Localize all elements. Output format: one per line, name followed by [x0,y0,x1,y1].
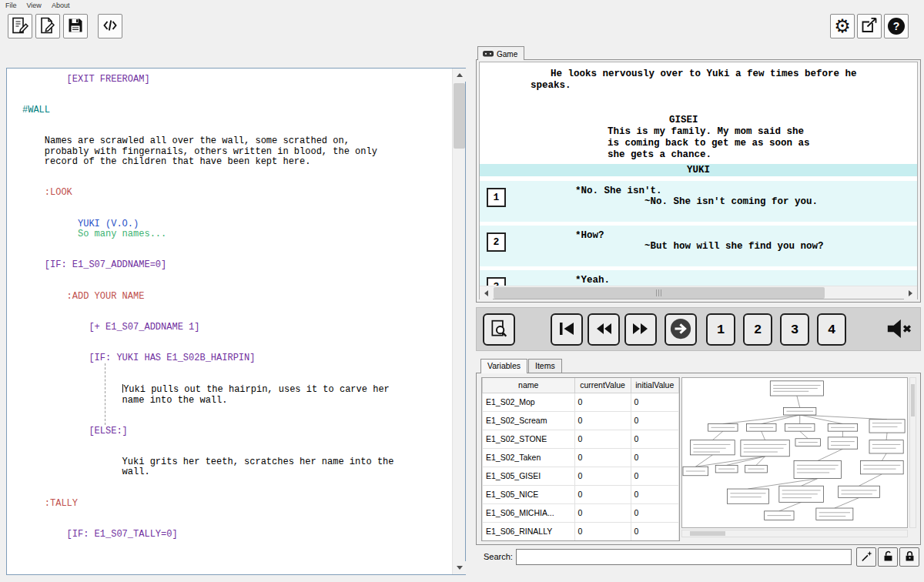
tab-variables[interactable]: Variables [480,359,527,373]
scrollbar-thumb[interactable] [690,531,725,536]
scrollbar-thumb[interactable] [454,83,465,149]
menu-view[interactable]: View [27,2,42,9]
script-line: [IF: E1_S07_ADDNAME=0] [22,259,166,270]
export-button[interactable] [857,14,882,38]
tab-items[interactable]: Items [528,359,562,373]
fast-forward-button[interactable] [624,313,657,346]
code-view-button[interactable] [98,14,122,38]
help-icon: ? [888,18,905,35]
active-speaker-band: YUKI [480,164,917,176]
export-icon [860,16,879,37]
table-cell: 0 [574,411,631,430]
menu-about[interactable]: About [52,2,70,9]
variables-table[interactable]: namecurrentValueinitialValue E1_S02_Mop0… [481,377,680,541]
table-cell: 0 [574,485,631,503]
choice-option: *No. She isn't. [575,186,662,197]
wand-button[interactable] [856,547,876,567]
game-text-line: she gets a chance. [480,149,917,161]
settings-button[interactable]: ⚙ [830,14,855,38]
indent-guide [105,363,105,425]
game-text-line: He looks nervously over to Yuki a few ti… [480,69,917,80]
table-row[interactable]: E1_S02_STONE00 [483,430,679,448]
save-icon [66,16,85,37]
gear-icon: ⚙ [834,17,851,35]
table-cell: 0 [574,467,631,485]
game-text-line: speaks. [480,80,917,92]
skip-to-start-button[interactable] [551,313,583,346]
table-row[interactable]: E1_S02_Mop00 [483,393,679,411]
table-cell: 0 [574,448,631,467]
column-header-name[interactable]: name [483,378,575,393]
script-line: Names are scrawled all over the wall, so… [22,135,350,146]
script-editor[interactable]: [EXIT FREEROAM] #WALL Names are scrawled… [6,68,466,575]
variables-grid: namecurrentValueinitialValue E1_S02_Mop0… [482,378,679,541]
menu-file[interactable]: File [5,2,17,9]
table-cell: 0 [631,467,678,485]
mute-button[interactable] [880,313,917,346]
text-caret [122,384,124,393]
edit-script-button[interactable] [8,14,32,38]
edit-script-icon [11,16,29,37]
table-cell: 0 [631,485,678,503]
table-row[interactable]: E1_S06_RINALLY00 [483,522,679,540]
rewind-icon [594,319,614,340]
triangle-down-icon [457,566,463,570]
choice-option: *Yeah. [575,275,610,286]
choice-row[interactable]: 1*No. She isn't.~No. She isn't coming fo… [480,181,917,222]
variables-panel: namecurrentValueinitialValue E1_S02_Mop0… [476,373,921,545]
choice-row[interactable]: 2*How?~But how will she find you now? [480,226,917,266]
new-script-button[interactable] [35,14,60,38]
save-button[interactable] [63,14,88,38]
table-cell: E1_S02_Scream [483,411,575,430]
table-row[interactable]: E1_S05_GISEI00 [483,467,679,485]
next-line-button[interactable] [665,313,697,346]
choice-1-button[interactable]: 1 [706,313,735,346]
choice-response: ~But how will she find you now? [644,241,824,253]
flowchart-vertical-scrollbar[interactable] [909,377,916,528]
unlock-button[interactable] [878,547,898,567]
help-button[interactable]: ? [884,14,909,38]
game-horizontal-scrollbar[interactable] [480,286,917,299]
choice-3-button[interactable]: 3 [780,313,809,346]
table-cell: 0 [574,393,631,411]
editor-vertical-scrollbar[interactable] [452,69,465,574]
choice-row[interactable]: 3*Yeah.~Yeah. That'll be great. [480,270,917,286]
table-cell: 0 [631,522,678,540]
tab-game-label: Game [497,50,517,59]
rewind-button[interactable] [588,313,620,346]
table-row[interactable]: E1_S02_Taken00 [483,448,679,467]
digit-3-icon: 3 [791,323,798,337]
choice-4-button[interactable]: 4 [817,313,846,346]
table-row[interactable]: E1_S02_Scream00 [483,411,679,430]
script-line: :LOOK [22,187,72,198]
table-cell: 0 [574,430,631,448]
blank-line [480,92,917,103]
skip-start-icon [557,319,576,340]
choice-list: 1*No. She isn't.~No. She isn't coming fo… [480,181,917,286]
digit-4-icon: 4 [828,323,835,337]
lock-icon [903,550,916,565]
scroll-right-button[interactable] [904,286,917,299]
table-row[interactable]: E1_S06_MICHIA...00 [483,503,679,522]
choice-2-button[interactable]: 2 [743,313,772,346]
choice-option: *How? [575,230,604,242]
scrollbar-thumb[interactable] [494,287,825,299]
table-cell: 0 [574,503,631,522]
scroll-left-button[interactable] [480,286,493,299]
column-header-currentValue[interactable]: currentValue [574,378,631,393]
inspect-button[interactable] [483,313,515,346]
tab-game[interactable]: Game [477,46,524,60]
lock-button[interactable] [899,547,919,567]
game-text-line: is coming back to get me as soon as [480,138,917,149]
script-editor-text[interactable]: [EXIT FREEROAM] #WALL Names are scrawled… [7,69,452,574]
column-header-initialValue[interactable]: initialValue [631,378,678,393]
scrollbar-thumb[interactable] [911,384,915,416]
table-row[interactable]: E1_S05_NICE00 [483,485,679,503]
next-arrow-icon [669,317,692,343]
choice-number: 2 [487,232,506,252]
scroll-up-button[interactable] [453,69,466,82]
scroll-down-button[interactable] [453,561,466,574]
game-preview-panel: He looks nervously over to Yuki a few ti… [479,62,918,299]
flowchart-horizontal-scrollbar[interactable] [681,530,908,537]
search-input[interactable] [516,549,852,565]
